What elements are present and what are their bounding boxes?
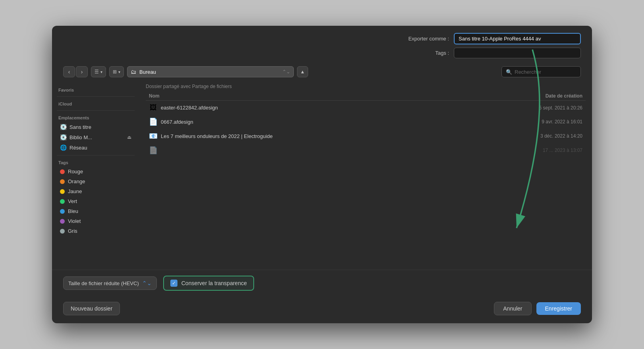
sidebar-item-gris[interactable]: Gris bbox=[54, 226, 138, 236]
file-row-3[interactable]: 📧 Les 7 meilleurs onduleurs de 2022 | El… bbox=[146, 129, 586, 143]
file-area: Dossier partagé avec Partage de fichiers… bbox=[139, 81, 592, 270]
vert-dot bbox=[60, 199, 65, 204]
list-view-button[interactable]: ☰ ▾ bbox=[91, 66, 106, 77]
nav-group: ‹ › bbox=[63, 66, 88, 77]
list-icon: ☰ bbox=[94, 69, 99, 75]
quality-label: Taille de fichier réduite (HEVC) bbox=[68, 280, 139, 286]
save-dialog: Exporter comme : Tags : ‹ › ☰ ▾ ⊞ ▾ 🗂 Bu… bbox=[52, 26, 592, 323]
sidebar-item-vert[interactable]: Vert bbox=[54, 196, 138, 206]
transparency-label: Conserver la transparence bbox=[181, 280, 247, 286]
divider-1 bbox=[57, 96, 135, 97]
tags-label: Tags : bbox=[435, 50, 449, 56]
sidebar-section-icloud: iCloud bbox=[52, 99, 139, 108]
collapse-icon: ▲ bbox=[300, 69, 305, 75]
grid-view-button[interactable]: ⊞ ▾ bbox=[109, 66, 124, 77]
export-form-row: Exporter comme : bbox=[52, 26, 592, 48]
eject-icon[interactable]: ⏏ bbox=[127, 134, 131, 140]
tag-violet-label: Violet bbox=[68, 218, 81, 224]
tag-rouge-label: Rouge bbox=[68, 169, 83, 174]
location-chevron-icon: ⌃⌄ bbox=[282, 69, 290, 75]
sidebar-item-violet[interactable]: Violet bbox=[54, 216, 138, 226]
location-label: Bureau bbox=[139, 69, 156, 75]
sidebar-section-tags: Tags bbox=[52, 158, 139, 167]
sidebar-item-label-reseau: Réseau bbox=[69, 145, 87, 151]
file-name-2: 0667.afdesign bbox=[161, 119, 500, 125]
file-icon-1: 🖼 bbox=[149, 104, 158, 112]
network-icon: 🌐 bbox=[60, 144, 66, 151]
tag-orange-label: Orange bbox=[68, 178, 85, 184]
col-name-header: Nom bbox=[149, 93, 503, 99]
location-folder-icon: 🗂 bbox=[131, 69, 136, 75]
transparency-checkbox[interactable]: ✓ bbox=[170, 280, 177, 287]
file-name-1: easter-6122842.afdesign bbox=[161, 105, 500, 111]
quality-chevron-icon: ⌃⌄ bbox=[142, 280, 152, 286]
file-row-4[interactable]: 📄 17 ... 2023 à 13:07 bbox=[146, 143, 586, 157]
tag-bleu-label: Bleu bbox=[68, 208, 78, 214]
sidebar-section-favoris: Favoris bbox=[52, 85, 139, 94]
file-name-3: Les 7 meilleurs onduleurs de 2022 | Elec… bbox=[161, 133, 500, 139]
export-input[interactable] bbox=[454, 33, 581, 44]
file-row-1[interactable]: 🖼 easter-6122842.afdesign 5 sept. 2021 à… bbox=[146, 101, 586, 115]
jaune-dot bbox=[60, 189, 65, 194]
grid-chevron: ▾ bbox=[118, 70, 120, 74]
sidebar-item-orange[interactable]: Orange bbox=[54, 176, 138, 186]
shared-folder-label: Dossier partagé avec Partage de fichiers bbox=[146, 81, 586, 92]
file-list: 🖼 easter-6122842.afdesign 5 sept. 2021 à… bbox=[146, 101, 586, 270]
violet-dot bbox=[60, 219, 65, 224]
tags-row: Tags : bbox=[52, 48, 592, 63]
location-dropdown[interactable]: 🗂 Bureau ⌃⌄ bbox=[127, 66, 294, 77]
new-folder-button[interactable]: Nouveau dossier bbox=[63, 302, 120, 315]
file-date-1: 5 sept. 2021 à 20:26 bbox=[503, 105, 582, 111]
search-box[interactable]: 🔍 Rechercher bbox=[501, 66, 581, 77]
file-icon-4: 📄 bbox=[149, 146, 158, 155]
divider-2 bbox=[57, 110, 135, 111]
export-label: Exporter comme : bbox=[408, 36, 449, 42]
save-button[interactable]: Enregistrer bbox=[536, 302, 581, 315]
file-list-header: Nom Date de création bbox=[146, 92, 586, 101]
back-button[interactable]: ‹ bbox=[63, 66, 75, 77]
toolbar-row: ‹ › ☰ ▾ ⊞ ▾ 🗂 Bureau ⌃⌄ ▲ 🔍 Rechercher bbox=[52, 63, 592, 81]
disk-icon-1: 💽 bbox=[60, 124, 66, 130]
bottom-controls: Taille de fichier réduite (HEVC) ⌃⌄ ✓ Co… bbox=[52, 270, 592, 296]
footer-row: Nouveau dossier Annuler Enregistrer bbox=[52, 296, 592, 323]
bleu-dot bbox=[60, 209, 65, 214]
sidebar-item-rouge[interactable]: Rouge bbox=[54, 167, 138, 176]
rouge-dot bbox=[60, 169, 65, 174]
search-icon: 🔍 bbox=[506, 69, 512, 75]
file-row-2[interactable]: 📄 0667.afdesign 9 avr. 2022 à 16:01 bbox=[146, 115, 586, 129]
tag-gris-label: Gris bbox=[68, 228, 77, 234]
file-date-3: 3 déc. 2022 à 14:20 bbox=[503, 133, 582, 139]
tag-jaune-label: Jaune bbox=[68, 188, 82, 194]
orange-dot bbox=[60, 179, 65, 184]
sidebar-item-label-biblio: Biblio M... bbox=[69, 134, 92, 140]
file-date-4: 17 ... 2023 à 13:07 bbox=[503, 148, 582, 153]
sidebar-item-sans-titre[interactable]: 💽 Sans titre bbox=[54, 122, 138, 132]
divider-3 bbox=[57, 155, 135, 155]
col-date-header: Date de création bbox=[503, 93, 582, 99]
quality-dropdown[interactable]: Taille de fichier réduite (HEVC) ⌃⌄ bbox=[63, 276, 157, 290]
cancel-button[interactable]: Annuler bbox=[494, 302, 531, 315]
checkmark-icon: ✓ bbox=[172, 280, 176, 286]
sidebar: Favoris iCloud Emplacements 💽 Sans titre… bbox=[52, 81, 139, 270]
sidebar-section-emplacements: Emplacements bbox=[52, 113, 139, 122]
file-date-2: 9 avr. 2022 à 16:01 bbox=[503, 119, 582, 125]
tag-vert-label: Vert bbox=[68, 198, 77, 204]
list-chevron: ▾ bbox=[100, 70, 102, 74]
sidebar-item-biblio[interactable]: 💽 Biblio M... ⏏ bbox=[54, 132, 138, 142]
file-icon-2: 📄 bbox=[149, 117, 158, 126]
main-content: Favoris iCloud Emplacements 💽 Sans titre… bbox=[52, 81, 592, 270]
transparency-checkbox-area[interactable]: ✓ Conserver la transparence bbox=[163, 276, 254, 291]
search-placeholder: Rechercher bbox=[515, 69, 541, 75]
sidebar-item-bleu[interactable]: Bleu bbox=[54, 206, 138, 216]
gris-dot bbox=[60, 229, 65, 234]
sidebar-item-jaune[interactable]: Jaune bbox=[54, 186, 138, 196]
grid-icon: ⊞ bbox=[113, 69, 117, 75]
tags-input[interactable] bbox=[454, 48, 581, 58]
file-icon-3: 📧 bbox=[149, 132, 158, 140]
disk-icon-2: 💽 bbox=[60, 134, 66, 140]
collapse-button[interactable]: ▲ bbox=[297, 66, 308, 77]
forward-button[interactable]: › bbox=[76, 66, 88, 77]
sidebar-item-label-sans-titre: Sans titre bbox=[69, 124, 91, 130]
sidebar-item-reseau[interactable]: 🌐 Réseau bbox=[54, 142, 138, 153]
